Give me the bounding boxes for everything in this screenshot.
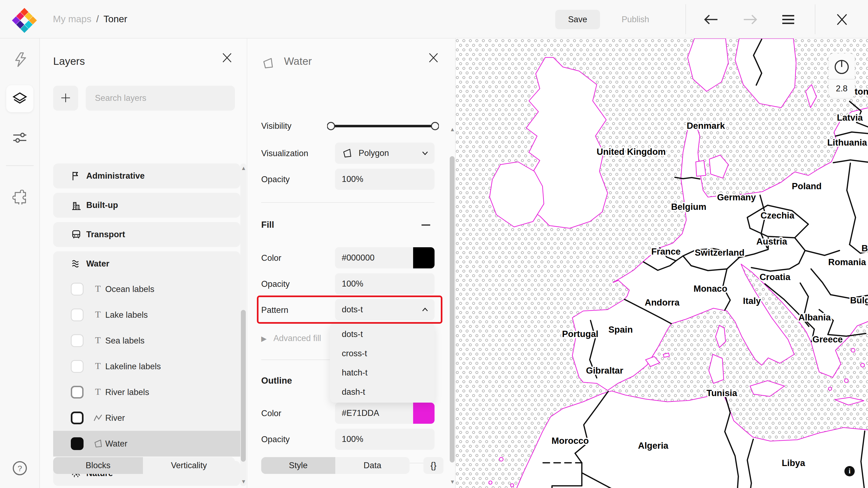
outline-opacity-value: 100% — [342, 434, 363, 444]
layers-scrollbar[interactable]: ▲ ▼ — [240, 163, 246, 486]
layer-group-administrative[interactable]: Administrative — [53, 163, 240, 188]
map-label-algeria: Algeria — [638, 441, 669, 451]
zoom-level: 2.8 — [829, 84, 855, 94]
undo-button[interactable] — [702, 10, 720, 29]
breadcrumb: My maps / Toner — [53, 13, 127, 24]
fill-opacity-input[interactable]: 100% — [335, 273, 435, 294]
outline-color-input[interactable]: #E71DDA — [335, 402, 435, 424]
scroll-down-icon[interactable]: ▼ — [241, 479, 246, 484]
layer-item-sea-labels[interactable]: TSea labels — [53, 328, 240, 354]
map-label-portugal: Portugal — [562, 329, 598, 339]
pattern-option-cross-t[interactable]: cross-t — [330, 344, 435, 363]
map-label-czechia: Czechia — [761, 210, 795, 220]
scroll-down-icon[interactable]: ▼ — [450, 479, 455, 484]
layer-item-label: River labels — [105, 387, 149, 397]
opacity-input[interactable]: 100% — [335, 169, 435, 190]
fill-pattern-select[interactable]: dots-t — [335, 299, 435, 320]
breadcrumb-my-maps[interactable]: My maps — [53, 13, 91, 24]
hamburger-icon — [782, 14, 795, 25]
scroll-up-icon[interactable]: ▲ — [450, 127, 455, 132]
outline-color-swatch[interactable] — [413, 402, 435, 424]
map-label-germany: Germany — [717, 192, 756, 202]
menu-button[interactable] — [779, 10, 798, 29]
rail-help-button[interactable]: ? — [6, 455, 33, 482]
layers-scrollbar-thumb[interactable] — [241, 310, 246, 462]
tab-blocks[interactable]: Blocks — [53, 457, 143, 474]
rail-plugins-button[interactable] — [6, 184, 33, 210]
visualization-value: Polygon — [359, 148, 389, 158]
layer-item-label: Sea labels — [105, 336, 145, 346]
map-canvas[interactable]: EstoniaLatviaLithuaniaDenmarkUnited King… — [456, 38, 868, 488]
slider-handle-max[interactable] — [432, 123, 439, 130]
layer-item-river[interactable]: River — [53, 405, 240, 431]
visibility-slider[interactable] — [327, 121, 439, 131]
layer-visibility-checkbox[interactable] — [71, 412, 84, 424]
breadcrumb-current: Toner — [104, 13, 127, 24]
polygon-icon — [261, 57, 274, 69]
pattern-option-dash-t[interactable]: dash-t — [330, 382, 435, 401]
layer-item-water[interactable]: Water — [53, 431, 240, 457]
layer-item-lake-labels[interactable]: TLake labels — [53, 302, 240, 328]
tab-verticality[interactable]: Verticality — [143, 457, 235, 474]
visualization-select[interactable]: Polygon — [335, 142, 435, 164]
map-zoom-card: 2.8 — [829, 54, 855, 98]
publish-button[interactable]: Publish — [614, 10, 656, 29]
layer-visibility-checkbox[interactable] — [71, 334, 84, 347]
minus-icon — [421, 220, 431, 230]
outline-opacity-input[interactable]: 100% — [335, 429, 435, 450]
breadcrumb-separator: / — [94, 13, 101, 24]
layer-visibility-checkbox[interactable] — [71, 283, 84, 295]
layer-visibility-checkbox[interactable] — [71, 437, 84, 450]
layer-group-built-up[interactable]: Built-up — [53, 193, 240, 218]
info-button[interactable]: i — [844, 466, 855, 476]
arrow-left-icon — [704, 14, 718, 25]
layer-group-transport[interactable]: Transport — [53, 222, 240, 247]
layer-visibility-checkbox[interactable] — [71, 308, 84, 321]
slider-handle-min[interactable] — [328, 123, 335, 130]
polygon-icon — [342, 148, 352, 158]
close-editor-button[interactable] — [833, 10, 851, 29]
save-button[interactable]: Save — [555, 10, 600, 29]
svg-text:T: T — [95, 335, 101, 345]
pattern-dropdown-menu: dots-tcross-thatch-tdash-t — [330, 323, 435, 402]
app-logo-icon[interactable] — [11, 6, 38, 33]
code-view-button[interactable]: {} — [424, 457, 443, 474]
fill-color-label: Color — [261, 253, 281, 263]
fill-color-swatch[interactable] — [413, 247, 435, 268]
scroll-up-icon[interactable]: ▲ — [241, 166, 246, 170]
layer-item-lakeline-labels[interactable]: TLakeline labels — [53, 354, 240, 379]
map-label-libya: Libya — [782, 458, 805, 468]
fill-color-input[interactable]: #000000 — [335, 247, 435, 268]
svg-text:T: T — [95, 361, 101, 371]
rail-quick-actions-button[interactable] — [6, 46, 33, 73]
rail-layers-button[interactable] — [6, 85, 33, 112]
redo-button[interactable] — [741, 10, 760, 29]
map-label-italy: Italy — [743, 296, 761, 306]
layer-visibility-checkbox[interactable] — [71, 386, 84, 398]
fill-section-title: Fill — [261, 220, 274, 230]
visualization-label: Visualization — [261, 149, 308, 158]
tab-style[interactable]: Style — [261, 457, 335, 474]
tab-data[interactable]: Data — [335, 457, 410, 474]
map-label-switzerland: Switzerland — [695, 248, 744, 258]
fill-collapse-button[interactable] — [421, 220, 431, 230]
layer-item-river-labels[interactable]: TRiver labels — [53, 379, 240, 405]
water-scrollbar-thumb[interactable] — [450, 156, 455, 462]
advanced-fill-toggle[interactable]: ▶ Advanced fill — [261, 333, 321, 343]
outline-opacity-label: Opacity — [261, 434, 290, 444]
layer-group-water[interactable]: WaterTOcean labelsTLake labelsTSea label… — [53, 251, 240, 457]
rail-settings-button[interactable] — [6, 124, 33, 151]
topbar-divider-2 — [815, 4, 815, 34]
text-icon: T — [93, 335, 103, 346]
fill-pattern-label: Pattern — [261, 305, 288, 315]
pattern-option-dots-t[interactable]: dots-t — [330, 325, 435, 344]
water-panel-scrollbar[interactable]: ▲ ▼ — [449, 126, 455, 488]
water-panel-close-button[interactable] — [426, 51, 441, 66]
history-clock-icon[interactable] — [834, 57, 849, 75]
text-icon: T — [93, 284, 103, 294]
svg-text:?: ? — [18, 464, 22, 473]
map-label-spain: Spain — [609, 325, 633, 334]
layer-visibility-checkbox[interactable] — [71, 360, 84, 373]
pattern-option-hatch-t[interactable]: hatch-t — [330, 363, 435, 382]
layer-item-ocean-labels[interactable]: TOcean labels — [53, 276, 240, 302]
